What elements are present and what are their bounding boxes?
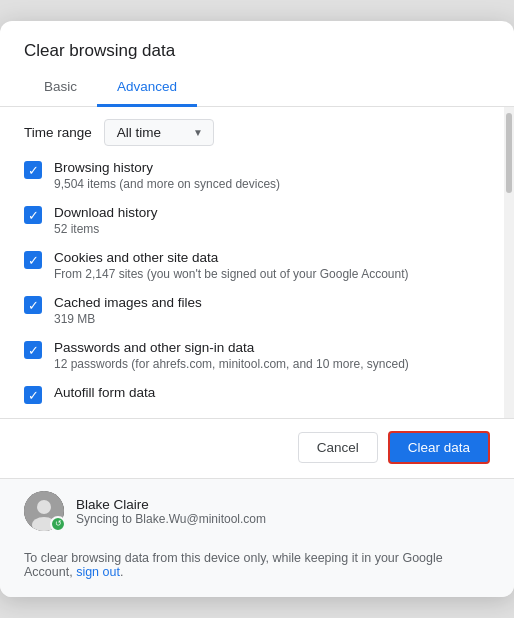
cancel-button[interactable]: Cancel	[298, 432, 378, 463]
checkbox-download-history[interactable]: ✓	[24, 206, 42, 224]
item-title: Browsing history	[54, 160, 280, 175]
footer-note: To clear browsing data from this device …	[0, 541, 514, 597]
sign-out-link[interactable]: sign out	[76, 565, 120, 579]
time-range-row: Time range All time ▼	[24, 119, 504, 146]
dialog-title: Clear browsing data	[0, 21, 514, 61]
scrollable-content: Time range All time ▼ ✓ Browsing history…	[0, 107, 504, 418]
scrollbar-track[interactable]	[504, 107, 514, 418]
checkmark-icon: ✓	[28, 344, 39, 357]
content-area: Time range All time ▼ ✓ Browsing history…	[0, 107, 514, 418]
checkmark-icon: ✓	[28, 389, 39, 402]
time-range-value: All time	[117, 125, 161, 140]
item-title: Cookies and other site data	[54, 250, 409, 265]
user-name: Blake Claire	[76, 497, 266, 512]
clear-data-button[interactable]: Clear data	[388, 431, 490, 464]
actions-bar: Cancel Clear data	[0, 418, 514, 478]
list-item: ✓ Passwords and other sign-in data 12 pa…	[24, 340, 504, 371]
time-range-select[interactable]: All time ▼	[104, 119, 214, 146]
item-desc: 12 passwords (for ahrefs.com, minitool.c…	[54, 357, 409, 371]
user-bar: ↺ Blake Claire Syncing to Blake.Wu@minit…	[0, 478, 514, 541]
checkmark-icon: ✓	[28, 164, 39, 177]
item-desc: 52 items	[54, 222, 158, 236]
checkmark-icon: ✓	[28, 209, 39, 222]
svg-point-1	[37, 500, 51, 514]
avatar-wrap: ↺	[24, 491, 64, 531]
list-item: ✓ Cookies and other site data From 2,147…	[24, 250, 504, 281]
checkbox-cached-images[interactable]: ✓	[24, 296, 42, 314]
item-desc: From 2,147 sites (you won't be signed ou…	[54, 267, 409, 281]
footer-text-after: .	[120, 565, 123, 579]
checkmark-icon: ✓	[28, 299, 39, 312]
checkbox-cookies[interactable]: ✓	[24, 251, 42, 269]
sync-badge: ↺	[50, 516, 66, 532]
item-title: Download history	[54, 205, 158, 220]
checkmark-icon: ✓	[28, 254, 39, 267]
user-sync-text: Syncing to Blake.Wu@minitool.com	[76, 512, 266, 526]
item-desc: 9,504 items (and more on synced devices)	[54, 177, 280, 191]
time-range-label: Time range	[24, 125, 92, 140]
list-item: ✓ Browsing history 9,504 items (and more…	[24, 160, 504, 191]
sync-icon: ↺	[55, 520, 62, 528]
list-item: ✓ Download history 52 items	[24, 205, 504, 236]
item-title: Autofill form data	[54, 385, 155, 400]
item-title: Passwords and other sign-in data	[54, 340, 409, 355]
tab-basic[interactable]: Basic	[24, 69, 97, 107]
checkbox-passwords[interactable]: ✓	[24, 341, 42, 359]
tabs-bar: Basic Advanced	[0, 69, 514, 107]
chevron-down-icon: ▼	[193, 127, 203, 138]
list-item: ✓ Cached images and files 319 MB	[24, 295, 504, 326]
clear-browsing-data-dialog: Clear browsing data Basic Advanced Time …	[0, 21, 514, 597]
checkbox-autofill[interactable]: ✓	[24, 386, 42, 404]
scrollbar-thumb[interactable]	[506, 113, 512, 193]
tab-advanced[interactable]: Advanced	[97, 69, 197, 107]
item-desc: 319 MB	[54, 312, 202, 326]
item-title: Cached images and files	[54, 295, 202, 310]
checkbox-browsing-history[interactable]: ✓	[24, 161, 42, 179]
list-item: ✓ Autofill form data	[24, 385, 504, 404]
